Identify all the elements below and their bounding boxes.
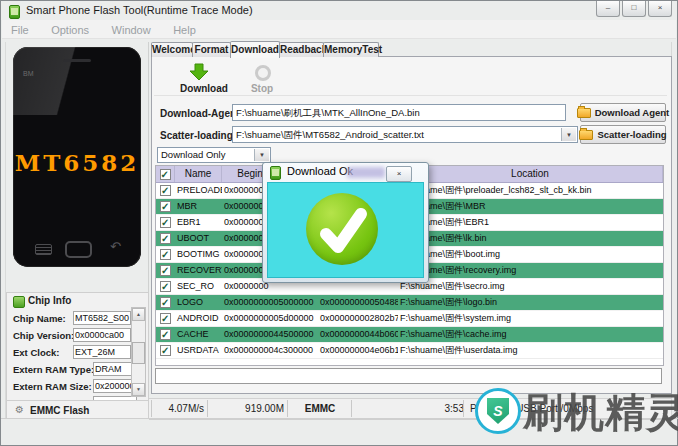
folder-icon	[579, 130, 593, 140]
dialog-body	[267, 182, 424, 278]
location: F:\shuame\固件\EBR1	[398, 215, 663, 230]
table-row[interactable]: USRDATA 0x000000004c300000 0x000000004e0…	[156, 343, 663, 359]
maximize-icon: □	[632, 3, 637, 12]
maximize-button[interactable]: □	[622, 1, 646, 17]
tab-memorytest[interactable]: MemoryTest	[323, 42, 379, 57]
app-icon	[9, 5, 20, 19]
location: F:\shuame\固件\boot.img	[398, 247, 663, 262]
redacted-text	[347, 167, 385, 178]
row-checkbox[interactable]	[160, 265, 171, 276]
select-all-checkbox[interactable]	[160, 169, 171, 180]
chip-name-label: Chip Name:	[13, 313, 66, 324]
mode-select[interactable]: Download Only ▼	[157, 147, 271, 163]
status-size: 919.00M	[207, 400, 288, 417]
begin-address: 0x0000000005d00000	[222, 311, 318, 326]
row-checkbox[interactable]	[160, 345, 171, 356]
success-check-icon	[306, 193, 378, 265]
download-agent-button[interactable]: Download Agent	[580, 103, 666, 122]
partition-name: SEC_RO	[175, 279, 222, 294]
gear-icon: ⚙	[15, 404, 24, 415]
end-address: 0x0000000044b06093	[318, 327, 398, 342]
partition-name: MBR	[175, 199, 222, 214]
table-row[interactable]: LOGO 0x0000000005000000 0x00000000050488…	[156, 295, 663, 311]
row-checkbox[interactable]	[160, 281, 171, 292]
scatter-value: F:\shuame\固件\MT6582_Android_scatter.txt	[236, 129, 424, 140]
row-checkbox[interactable]	[160, 329, 171, 340]
location: F:\shuame\固件\recovery.img	[398, 263, 663, 278]
title-bar[interactable]: Smart Phone Flash Tool(Runtime Trace Mod…	[1, 1, 677, 20]
partition-name: UBOOT	[175, 231, 222, 246]
scatter-loading-button[interactable]: Scatter-loading	[580, 125, 666, 144]
mode-value: Download Only	[161, 149, 225, 160]
app-window: Smart Phone Flash Tool(Runtime Trace Mod…	[0, 0, 678, 446]
phone-menu-icon	[35, 244, 52, 255]
menu-window[interactable]: Window	[103, 21, 160, 36]
scrollbar-thumb[interactable]	[132, 342, 145, 364]
close-button[interactable]: ×	[648, 1, 672, 17]
chip-info-scrollbar[interactable]: ▲ ▼	[131, 307, 146, 397]
chevron-down-icon[interactable]: ▼	[561, 128, 576, 141]
phone-speaker	[63, 59, 91, 62]
end-address: 0x0000000005048819	[318, 295, 398, 310]
status-time: 3:53	[351, 400, 468, 417]
partition-name: BOOTIMG	[175, 247, 222, 262]
begin-address: 0x0000000044500000	[222, 327, 318, 342]
close-icon: ×	[397, 169, 402, 178]
progress-bar	[155, 368, 662, 384]
begin-address: 0x000000004c300000	[222, 343, 318, 358]
row-checkbox[interactable]	[160, 233, 171, 244]
chip-info-title: Chip Info	[28, 295, 71, 306]
tab-welcome[interactable]: Welcome	[151, 42, 193, 57]
watermark-text: 刷机精灵	[523, 385, 678, 440]
status-speed: 4.07M/s	[151, 400, 208, 417]
dialog-close-button[interactable]: ×	[386, 166, 412, 182]
stop-icon	[255, 65, 271, 81]
minimize-button[interactable]: –	[596, 1, 620, 17]
row-checkbox[interactable]	[160, 201, 171, 212]
partition-name: ANDROID	[175, 311, 222, 326]
row-checkbox[interactable]	[160, 249, 171, 260]
scroll-down-icon[interactable]: ▼	[132, 383, 145, 396]
download-button[interactable]: Download	[172, 83, 236, 94]
close-icon: ×	[658, 3, 663, 12]
menu-file[interactable]: File	[2, 21, 38, 36]
menu-options[interactable]: Options	[42, 21, 98, 36]
window-controls: – □ ×	[594, 1, 672, 17]
scatter-combobox[interactable]: F:\shuame\固件\MT6582_Android_scatter.txt …	[232, 126, 578, 143]
tab-download[interactable]: Download	[230, 41, 280, 58]
row-checkbox[interactable]	[160, 313, 171, 324]
ram-size-label: Extern RAM Size:	[13, 381, 92, 392]
folder-icon	[577, 108, 591, 118]
stop-button: Stop	[242, 83, 282, 94]
location: F:\shuame\固件\cache.img	[398, 327, 663, 342]
app-icon	[270, 166, 281, 180]
location: F:\shuame\固件\MBR	[398, 199, 663, 214]
location: F:\shuame\固件\lk.bin	[398, 231, 663, 246]
menu-help[interactable]: Help	[164, 21, 205, 36]
tab-readback[interactable]: Readback	[279, 42, 324, 57]
ext-clock-value: EXT_26M	[73, 345, 131, 359]
location: F:\shuame\固件\system.img	[398, 311, 663, 326]
phone-back-icon: ↶	[110, 239, 121, 254]
partition-name: LOGO	[175, 295, 222, 310]
table-row[interactable]: ANDROID 0x0000000005d00000 0x00000000280…	[156, 311, 663, 327]
row-checkbox[interactable]	[160, 185, 171, 196]
dialog-title: Download Ok	[287, 165, 353, 177]
row-checkbox[interactable]	[160, 217, 171, 228]
header-location[interactable]: Location	[398, 166, 663, 182]
row-checkbox[interactable]	[160, 297, 171, 308]
scroll-up-icon[interactable]: ▲	[132, 308, 145, 321]
location: F:\shuame\固件\secro.img	[398, 279, 663, 294]
tab-format[interactable]: Format	[192, 42, 231, 57]
chevron-down-icon[interactable]: ▼	[254, 149, 269, 161]
header-name[interactable]: Name	[175, 166, 222, 182]
location: F:\shuame\固件\logo.bin	[398, 295, 663, 310]
end-address: 0x000000004e06b1fb	[318, 343, 398, 358]
menu-bar: File Options Window Help	[2, 20, 676, 39]
table-row[interactable]: CACHE 0x0000000044500000 0x0000000044b06…	[156, 327, 663, 343]
begin-address: 0x0000000005000000	[222, 295, 318, 310]
minimize-icon: –	[606, 3, 610, 12]
watermark: S 刷机精灵	[475, 385, 675, 437]
download-ok-dialog[interactable]: Download Ok ×	[262, 162, 429, 283]
download-agent-input[interactable]: F:\shuame\刷机工具\MTK_AllInOne_DA.bin	[232, 104, 566, 121]
